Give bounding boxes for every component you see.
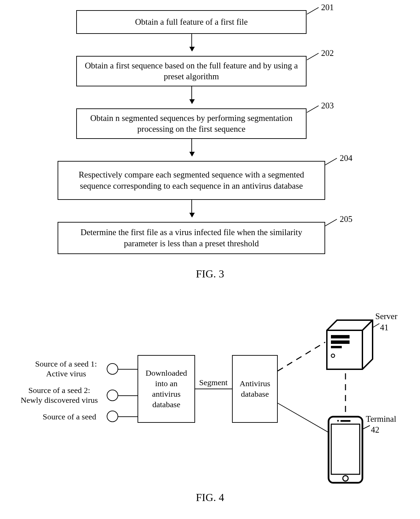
terminal-ref-svg: 42 xyxy=(371,425,379,434)
seed-2-label: Source of a seed 2: Newly discovered vir… xyxy=(14,386,105,405)
terminal-icon xyxy=(329,417,362,483)
connector-line xyxy=(195,389,232,389)
leader-line xyxy=(307,53,319,60)
download-box: Downloaded into an antivirus database xyxy=(138,355,195,423)
ref-label-205: 205 xyxy=(340,214,353,224)
svg-rect-6 xyxy=(331,335,350,338)
seed-2-line1: Source of a seed 2: xyxy=(14,386,105,395)
flow-step-text: Respectively compare each segmented sequ… xyxy=(65,169,318,191)
svg-line-10 xyxy=(373,324,379,328)
terminal-label-svg: Terminal xyxy=(366,414,396,423)
seed-1-line1: Source of a seed 1: xyxy=(29,359,103,369)
seed-3-line1: Source of a seed xyxy=(36,412,103,422)
connector-line xyxy=(118,369,138,370)
flow-step-204: Respectively compare each segmented sequ… xyxy=(58,161,325,200)
seed-1-line2: Active virus xyxy=(29,369,103,379)
figure-3-caption: FIG. 3 xyxy=(0,268,420,280)
svg-line-0 xyxy=(278,342,325,371)
seed-3-label: Source of a seed xyxy=(36,412,103,422)
flow-step-text: Determine the first file as a virus infe… xyxy=(65,227,318,249)
svg-line-2 xyxy=(278,403,334,435)
flow-arrow xyxy=(191,200,192,217)
antivirus-db-text: Antivirus database xyxy=(235,378,274,399)
svg-rect-14 xyxy=(340,420,351,422)
seed-3-circle-icon xyxy=(107,411,118,422)
leader-line xyxy=(325,219,337,226)
svg-rect-8 xyxy=(331,346,342,348)
ref-label-204: 204 xyxy=(340,153,353,163)
figure-4: Source of a seed 1: Active virus Source … xyxy=(0,312,420,501)
seed-2-line2: Newly discovered virus xyxy=(14,395,105,405)
svg-point-15 xyxy=(337,420,339,422)
download-box-text: Downloaded into an antivirus database xyxy=(141,368,192,410)
svg-point-9 xyxy=(331,354,335,357)
figure-3: Obtain a full feature of a first file 20… xyxy=(0,7,420,302)
seed-1-label: Source of a seed 1: Active virus xyxy=(29,359,103,379)
flow-step-text: Obtain n segmented sequences by performi… xyxy=(84,113,299,135)
svg-rect-7 xyxy=(331,340,350,344)
svg-rect-11 xyxy=(329,417,362,483)
connector-line xyxy=(118,395,138,396)
leader-line xyxy=(325,158,337,165)
svg-line-5 xyxy=(362,320,373,330)
flow-step-203: Obtain n segmented sequences by performi… xyxy=(76,108,307,139)
flow-step-text: Obtain a full feature of a first file xyxy=(135,17,248,28)
server-ref-svg: 41 xyxy=(380,323,388,332)
flow-step-202: Obtain a first sequence based on the ful… xyxy=(76,56,307,86)
flow-arrow xyxy=(191,86,192,103)
svg-line-16 xyxy=(363,425,370,429)
connector-line xyxy=(118,416,138,417)
server-icon xyxy=(327,320,373,369)
flow-step-text: Obtain a first sequence based on the ful… xyxy=(84,60,299,82)
flow-arrow xyxy=(191,34,192,51)
ref-label-202: 202 xyxy=(321,48,334,58)
leader-line xyxy=(307,105,319,113)
svg-rect-12 xyxy=(331,424,360,474)
svg-point-13 xyxy=(343,476,348,481)
flow-arrow xyxy=(191,139,192,156)
ref-label-201: 201 xyxy=(321,3,334,12)
flow-step-201: Obtain a full feature of a first file xyxy=(76,10,307,34)
seed-2-circle-icon xyxy=(107,390,118,401)
seed-1-circle-icon xyxy=(107,363,118,375)
flow-step-205: Determine the first file as a virus infe… xyxy=(58,222,325,254)
server-label-svg: Server xyxy=(375,312,398,321)
antivirus-db-box: Antivirus database xyxy=(232,355,278,423)
leader-line xyxy=(307,7,319,15)
figure-4-caption: FIG. 4 xyxy=(0,491,420,504)
ref-label-203: 203 xyxy=(321,101,334,110)
segment-label: Segment xyxy=(196,378,230,388)
